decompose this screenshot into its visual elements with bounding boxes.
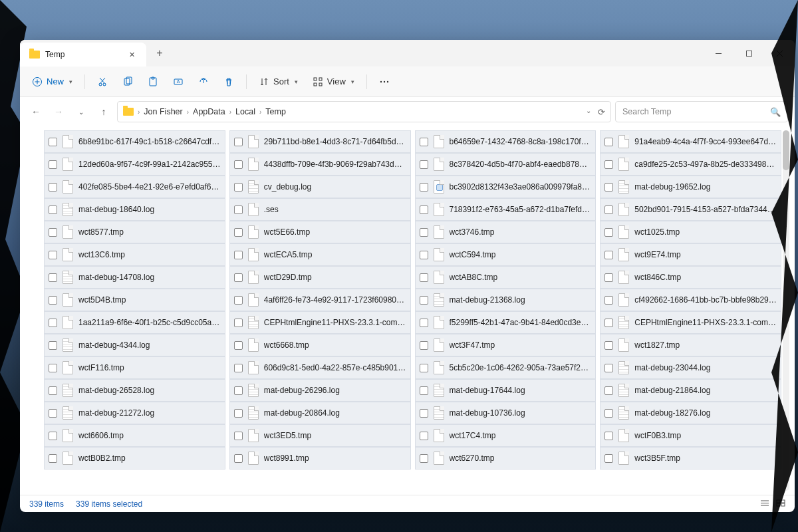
checkbox[interactable] xyxy=(420,386,428,395)
checkbox[interactable] xyxy=(420,432,428,440)
file-item[interactable]: 4af6ff26-fe73-4e92-9117-1723f60980b2.tmp xyxy=(229,289,411,311)
file-item[interactable]: mat-debug-18276.log xyxy=(600,402,781,424)
file-item[interactable]: mat-debug-21272.log xyxy=(44,402,225,424)
checkbox[interactable] xyxy=(420,319,428,327)
checkbox[interactable] xyxy=(420,183,428,192)
file-item[interactable]: wct8991.tmp xyxy=(229,447,411,469)
checkbox[interactable] xyxy=(234,454,243,463)
file-item[interactable]: wct1827.tmp xyxy=(600,334,781,356)
new-tab-button[interactable]: + xyxy=(146,40,173,66)
sort-button[interactable]: Sort ▾ xyxy=(253,71,303,92)
checkbox[interactable] xyxy=(604,409,613,418)
file-item[interactable]: mat-debug-18640.log xyxy=(44,198,225,221)
file-item[interactable]: mat-debug-26528.log xyxy=(44,379,225,402)
copy-button[interactable] xyxy=(117,71,138,92)
checkbox[interactable] xyxy=(234,364,243,372)
recent-locations-button[interactable]: ⌄ xyxy=(72,102,90,121)
file-item[interactable]: 718391f2-e763-45a5-a672-d1ba7fefd39d.tmp xyxy=(415,198,597,221)
checkbox[interactable] xyxy=(49,205,57,214)
file-item[interactable]: wct846C.tmp xyxy=(600,266,781,289)
file-item[interactable]: 29b711bd-b8e1-4dd3-8c71-7d64fb5d54ee.t..… xyxy=(229,130,411,153)
checkbox[interactable] xyxy=(49,409,57,418)
checkbox[interactable] xyxy=(234,160,243,169)
file-item[interactable]: mat-debug-21368.log xyxy=(415,289,597,311)
checkbox[interactable] xyxy=(49,273,57,282)
checkbox[interactable] xyxy=(604,273,613,282)
delete-button[interactable] xyxy=(218,71,239,92)
file-item[interactable]: 91a4eab9-4c4a-4f7f-9cc4-993ee647dc0a.tmp xyxy=(600,130,781,153)
file-item[interactable]: wct6270.tmp xyxy=(415,447,597,469)
paste-button[interactable] xyxy=(142,71,164,92)
checkbox[interactable] xyxy=(604,251,613,259)
checkbox[interactable] xyxy=(49,138,57,146)
file-item[interactable]: wct9E74.tmp xyxy=(600,243,781,266)
checkbox[interactable] xyxy=(604,341,613,350)
checkbox[interactable] xyxy=(604,364,613,372)
checkbox[interactable] xyxy=(420,251,428,259)
file-item[interactable]: wct3F47.tmp xyxy=(415,334,597,356)
checkbox[interactable] xyxy=(234,273,243,282)
file-item[interactable]: wctF116.tmp xyxy=(44,356,225,379)
file-item[interactable]: wct5D4B.tmp xyxy=(44,289,225,311)
more-button[interactable] xyxy=(374,71,395,92)
checkbox[interactable] xyxy=(49,296,57,305)
checkbox[interactable] xyxy=(420,409,428,418)
file-item[interactable]: mat-debug-19652.log xyxy=(600,176,781,198)
checkbox[interactable] xyxy=(49,454,57,463)
address-bar[interactable]: › Jon Fisher › AppData › Local › Temp ⌄ … xyxy=(117,101,611,122)
checkbox[interactable] xyxy=(420,138,428,146)
file-item[interactable]: mat-debug-17644.log xyxy=(415,379,597,402)
checkbox[interactable] xyxy=(604,183,613,192)
checkbox[interactable] xyxy=(420,296,428,305)
checkbox[interactable] xyxy=(604,386,613,395)
checkbox[interactable] xyxy=(604,296,613,305)
file-item[interactable]: 502bd901-7915-4153-a527-bfda7344bc15.t..… xyxy=(600,198,781,221)
file-item[interactable]: ca9dfe25-2c53-497a-8b25-de3334982501.tmp xyxy=(600,153,781,176)
checkbox[interactable] xyxy=(234,228,243,237)
checkbox[interactable] xyxy=(420,273,428,282)
up-button[interactable]: ↑ xyxy=(94,102,113,121)
back-button[interactable]: ← xyxy=(27,102,45,121)
tab-close-button[interactable]: ✕ xyxy=(126,49,137,60)
checkbox[interactable] xyxy=(604,138,613,146)
share-button[interactable] xyxy=(193,71,214,92)
checkbox[interactable] xyxy=(420,160,428,169)
checkbox[interactable] xyxy=(604,432,613,440)
checkbox[interactable] xyxy=(420,454,428,463)
file-item[interactable]: wct6606.tmp xyxy=(44,424,225,447)
checkbox[interactable] xyxy=(234,183,243,192)
file-item[interactable]: CEPHtmlEngine11-PHXS-23.3.1-com.adobe... xyxy=(229,311,411,334)
file-item[interactable]: wct17C4.tmp xyxy=(415,424,597,447)
checkbox[interactable] xyxy=(234,251,243,259)
cut-button[interactable] xyxy=(92,71,113,92)
details-view-button[interactable] xyxy=(760,499,769,509)
file-item[interactable]: wctC594.tmp xyxy=(415,243,597,266)
maximize-button[interactable] xyxy=(733,40,764,66)
checkbox[interactable] xyxy=(49,432,57,440)
file-item[interactable]: cf492662-1686-41bb-bc7b-bbfe98b29d99.t..… xyxy=(600,289,781,311)
address-dropdown-button[interactable]: ⌄ xyxy=(586,107,591,117)
close-button[interactable] xyxy=(764,40,795,66)
checkbox[interactable] xyxy=(49,160,57,169)
file-item[interactable]: 6b8e91bc-617f-49c1-b518-c26647cdf4ad.tmp xyxy=(44,130,225,153)
file-item[interactable]: mat-debug-23044.log xyxy=(600,356,781,379)
file-item[interactable]: 606d9c81-5ed0-4a22-857e-c485b9016318.t..… xyxy=(229,356,411,379)
breadcrumb-segment[interactable]: Local xyxy=(235,107,255,116)
file-item[interactable]: bc3902d8132f43e3ae086a009979fa88.db xyxy=(415,176,597,198)
checkbox[interactable] xyxy=(604,454,613,463)
file-item[interactable]: wct13C6.tmp xyxy=(44,243,225,266)
file-item[interactable]: wct3746.tmp xyxy=(415,221,597,243)
scrollbar-thumb[interactable] xyxy=(783,130,789,170)
file-item[interactable]: wct5E66.tmp xyxy=(229,221,411,243)
checkbox[interactable] xyxy=(420,364,428,372)
checkbox[interactable] xyxy=(49,364,57,372)
refresh-button[interactable]: ⟳ xyxy=(598,107,605,117)
checkbox[interactable] xyxy=(604,319,613,327)
file-item[interactable]: mat-debug-14708.log xyxy=(44,266,225,289)
file-item[interactable]: .ses xyxy=(229,198,411,221)
file-item[interactable]: wctAB8C.tmp xyxy=(415,266,597,289)
file-item[interactable]: 1aa211a9-6f6e-40f1-b25c-c5d9cc05a18b.tmp xyxy=(44,311,225,334)
checkbox[interactable] xyxy=(234,205,243,214)
checkbox[interactable] xyxy=(49,251,57,259)
checkbox[interactable] xyxy=(604,205,613,214)
